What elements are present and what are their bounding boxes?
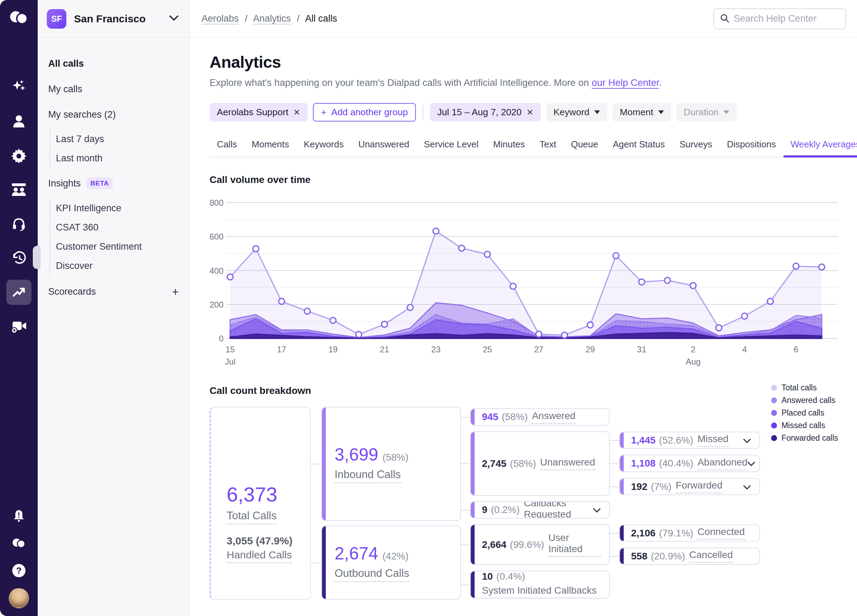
sidebar-item-scorecards[interactable]: Scorecards + xyxy=(48,278,189,306)
svg-text:15: 15 xyxy=(226,345,235,354)
svg-text:23: 23 xyxy=(431,345,441,354)
forwarded-node[interactable]: 192(7%)Forwarded xyxy=(619,478,760,495)
tab-calls[interactable]: Calls xyxy=(210,136,244,157)
tab-dispositions[interactable]: Dispositions xyxy=(720,136,783,157)
sidebar-item-last-month[interactable]: Last month xyxy=(56,149,189,168)
sidebar-item-insights[interactable]: Insights BETA xyxy=(48,170,189,197)
outbound-calls-label: Outbound Calls xyxy=(334,567,409,582)
add-group-button[interactable]: + Add another group xyxy=(313,103,416,122)
tab-moments[interactable]: Moments xyxy=(244,136,297,157)
cancelled-node: 558(20.9%)Cancelled xyxy=(619,548,760,565)
chevron-down-icon[interactable] xyxy=(743,481,751,492)
svg-text:2: 2 xyxy=(691,345,695,354)
call-volume-chart: 0200400600800151719212325272931246JulAug xyxy=(210,189,838,370)
total-calls-value: 6,373 xyxy=(227,483,310,506)
chevron-down-icon[interactable] xyxy=(743,435,751,446)
tab-queue[interactable]: Queue xyxy=(564,136,606,157)
tab-surveys[interactable]: Surveys xyxy=(672,136,720,157)
tab-agent-status[interactable]: Agent Status xyxy=(606,136,672,157)
call-count-breakdown-section: Call count breakdown Total calls Answere… xyxy=(210,385,838,608)
legend-dot-answered xyxy=(771,398,777,403)
svg-text:200: 200 xyxy=(210,300,223,310)
keyword-filter-dropdown[interactable]: Keyword xyxy=(546,103,607,122)
help-icon[interactable]: ? xyxy=(6,561,31,580)
duration-filter-dropdown[interactable]: Duration xyxy=(676,103,736,122)
sidebar-item-all-calls[interactable]: All calls xyxy=(48,51,189,76)
chevron-down-icon[interactable] xyxy=(747,458,755,469)
tab-minutes[interactable]: Minutes xyxy=(486,136,532,157)
breadcrumb: Aerolabs / Analytics / All calls xyxy=(201,13,337,24)
inbound-calls-label: Inbound Calls xyxy=(334,468,401,483)
tab-service-level[interactable]: Service Level xyxy=(417,136,486,157)
ai-sparkles-icon[interactable] xyxy=(6,74,31,99)
total-calls-node: 6,373 Total Calls 3,055 (47.9%) Handled … xyxy=(210,407,311,600)
notifications-bell-icon[interactable] xyxy=(6,506,31,526)
breakdown-flow: 6,373 Total Calls 3,055 (47.9%) Handled … xyxy=(210,407,838,608)
svg-text:6: 6 xyxy=(794,345,798,354)
chevron-down-icon[interactable] xyxy=(593,504,601,515)
app-window: ? SF San Francisco All calls My calls My… xyxy=(0,0,857,616)
inbound-calls-node: 3,699(58%) Inbound Calls xyxy=(321,407,461,521)
search-icon xyxy=(720,13,730,25)
chevron-down-icon xyxy=(658,110,664,114)
breadcrumb-analytics[interactable]: Analytics xyxy=(253,13,291,24)
remove-date-filter-icon[interactable]: ✕ xyxy=(527,108,534,117)
filter-bar: Aerolabs Support ✕ + Add another group J… xyxy=(210,103,838,122)
handled-calls-value: 3,055 (47.9%) xyxy=(227,535,310,547)
breadcrumb-aerolabs[interactable]: Aerolabs xyxy=(201,13,239,24)
callbacks-requested-node[interactable]: 9(0.2%)Callbacks Requested xyxy=(470,501,610,518)
user-avatar[interactable] xyxy=(9,588,29,608)
support-headset-icon[interactable] xyxy=(6,211,31,237)
active-rail-indicator xyxy=(33,246,40,269)
svg-text:31: 31 xyxy=(637,345,647,354)
settings-gear-icon[interactable] xyxy=(6,143,31,168)
sidebar-item-last-7-days[interactable]: Last 7 days xyxy=(56,130,189,149)
svg-text:21: 21 xyxy=(380,345,389,354)
tab-unanswered[interactable]: Unanswered xyxy=(351,136,417,157)
svg-text:17: 17 xyxy=(277,345,286,354)
add-scorecard-button[interactable]: + xyxy=(172,285,179,299)
abandoned-node[interactable]: 1,108(40.4%)Abandoned xyxy=(619,455,760,472)
team-switcher[interactable]: SF San Francisco xyxy=(38,0,189,38)
sidebar-item-discover[interactable]: Discover xyxy=(56,256,189,275)
outbound-calls-value: 2,674 xyxy=(334,544,378,563)
sidebar-item-customer-sentiment[interactable]: Customer Sentiment xyxy=(56,237,189,256)
svg-text:Jul: Jul xyxy=(225,357,236,366)
sidebar-item-my-calls[interactable]: My calls xyxy=(48,76,189,102)
svg-text:600: 600 xyxy=(210,232,223,241)
search-input[interactable] xyxy=(734,13,840,24)
analytics-trend-icon[interactable] xyxy=(6,280,31,305)
help-search[interactable] xyxy=(713,8,846,29)
system-initiated-node: 10(0.4%) System Initiated Callbacks xyxy=(470,571,610,599)
filter-divider xyxy=(422,105,423,120)
sidebar-item-my-searches[interactable]: My searches (2) xyxy=(48,102,189,127)
sidebar-item-csat-360[interactable]: CSAT 360 xyxy=(56,218,189,237)
dialpad-mini-icon[interactable] xyxy=(6,534,31,553)
team-name: San Francisco xyxy=(74,13,169,25)
svg-text:0: 0 xyxy=(219,334,223,343)
tab-keywords[interactable]: Keywords xyxy=(297,136,351,157)
meetings-video-icon[interactable] xyxy=(6,314,31,339)
svg-text:4: 4 xyxy=(742,345,747,354)
date-range-chip[interactable]: Jul 15 – Aug 7, 2020 ✕ xyxy=(430,103,541,122)
svg-text:Aug: Aug xyxy=(685,357,701,366)
call-volume-section: Call volume over time 020040060080015171… xyxy=(210,174,838,370)
contacts-icon[interactable] xyxy=(6,108,31,134)
tab-weekly-averages[interactable]: Weekly Averages xyxy=(783,136,857,157)
answered-node: 945(58%)Answered xyxy=(470,408,610,426)
sidebar-item-kpi-intelligence[interactable]: KPI Intelligence xyxy=(56,199,189,218)
tab-text[interactable]: Text xyxy=(532,136,564,157)
page-title: Analytics xyxy=(210,53,838,71)
help-center-link[interactable]: our Help Center xyxy=(592,77,659,88)
contact-center-icon[interactable] xyxy=(6,177,31,202)
svg-text:800: 800 xyxy=(210,198,223,207)
main-area: Aerolabs / Analytics / All calls Analyti… xyxy=(190,0,857,616)
group-filter-chip[interactable]: Aerolabs Support ✕ xyxy=(210,103,308,122)
team-badge: SF xyxy=(47,9,67,29)
moment-filter-dropdown[interactable]: Moment xyxy=(613,103,671,122)
missed-node[interactable]: 1,445(52.6%)Missed xyxy=(619,432,760,449)
legend-item: Total calls xyxy=(771,383,838,393)
chevron-down-icon xyxy=(594,110,600,114)
remove-group-filter-icon[interactable]: ✕ xyxy=(293,108,300,117)
history-clock-icon[interactable] xyxy=(6,246,31,271)
